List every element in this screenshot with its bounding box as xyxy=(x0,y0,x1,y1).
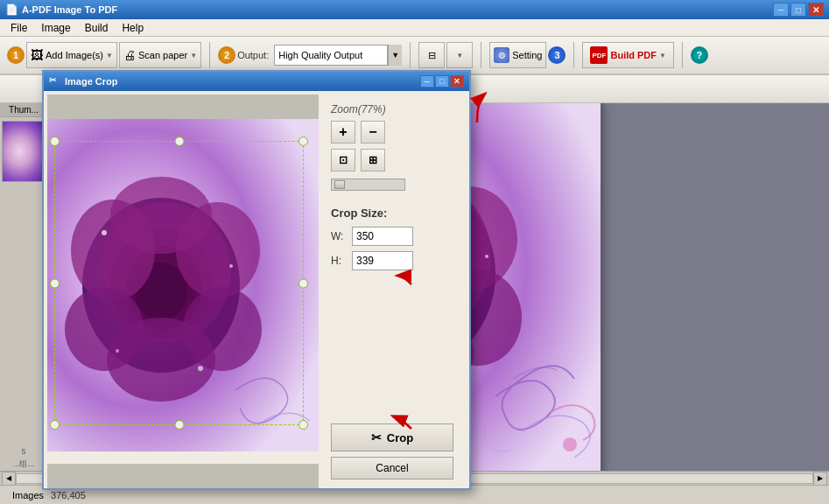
crop-body: Zoom(77%) + − ⊡ ⊞ xyxy=(44,91,469,492)
title-bar: 📄 A-PDF Image To PDF ─ □ ✕ xyxy=(0,0,829,19)
step2-badge: 2 xyxy=(218,46,235,64)
svg-point-32 xyxy=(116,349,119,353)
scan-paper-btn[interactable]: 🖨 Scan paper ▼ xyxy=(119,42,201,68)
crop-image-main xyxy=(47,119,319,464)
crop-action-buttons: ✂ Crop Cancel xyxy=(331,424,453,480)
sep5 xyxy=(682,42,683,68)
menu-build[interactable]: Build xyxy=(78,20,116,36)
menu-help[interactable]: Help xyxy=(115,20,151,36)
step3-badge: 3 xyxy=(548,46,566,64)
toolbar-setting-group: ⚙ Setting 3 xyxy=(486,42,569,68)
toolbar-build-group: PDF Build PDF ▼ xyxy=(579,42,677,68)
layout-dropdown-icon: ▼ xyxy=(456,52,463,60)
crop-title-bar: ✂ Image Crop ─ □ ✕ xyxy=(44,72,469,91)
svg-point-30 xyxy=(102,230,107,235)
zoom-fit-buttons: ⊡ ⊞ xyxy=(331,149,453,172)
scan-icon: 🖨 xyxy=(123,48,136,62)
fit-width-btn[interactable]: ⊞ xyxy=(361,149,385,172)
build-pdf-btn[interactable]: PDF Build PDF ▼ xyxy=(582,42,673,68)
height-field-row: H: xyxy=(331,251,453,270)
output-select-wrapper: High Quality Output ▼ xyxy=(274,45,402,66)
width-field-row: W: xyxy=(331,227,453,246)
app-title: A-PDF Image To PDF xyxy=(22,4,117,15)
cancel-button[interactable]: Cancel xyxy=(331,457,453,480)
scan-label: Scan paper xyxy=(138,50,187,60)
setting-label: Setting xyxy=(512,50,542,60)
add-image-btn[interactable]: 🖼 Add Image(s) ▼ xyxy=(26,42,117,68)
height-label: H: xyxy=(331,255,347,267)
layout-btn[interactable]: ⊟ xyxy=(418,42,445,68)
svg-point-31 xyxy=(229,264,233,268)
zoom-buttons: + − xyxy=(331,121,453,144)
close-btn[interactable]: ✕ xyxy=(808,3,824,17)
layout-icon: ⊟ xyxy=(428,50,436,61)
zoom-in-btn[interactable]: + xyxy=(331,121,355,144)
maximize-btn[interactable]: □ xyxy=(790,3,806,17)
build-pdf-label: Build PDF xyxy=(610,50,657,60)
zoom-slider-wrapper xyxy=(331,178,453,191)
svg-point-33 xyxy=(198,366,203,371)
thumb-rose-preview xyxy=(3,122,45,181)
scroll-left-btn[interactable]: ◀ xyxy=(2,472,16,486)
crop-rose-svg xyxy=(47,119,319,452)
crop-title-controls: ─ □ ✕ xyxy=(420,75,464,88)
crop-size-label: Crop Size: xyxy=(331,206,453,220)
toolbar-step2-group: 2 Output: High Quality Output ▼ xyxy=(214,45,405,66)
output-select[interactable]: High Quality Output xyxy=(274,45,388,66)
thumb-item-1[interactable] xyxy=(2,121,46,182)
svg-point-13 xyxy=(485,255,488,258)
crop-maximize-btn[interactable]: □ xyxy=(435,75,449,88)
dropdown-arrow-add: ▼ xyxy=(106,52,113,60)
output-value: High Quality Output xyxy=(278,50,362,60)
menu-file[interactable]: File xyxy=(4,20,34,36)
crop-image-container xyxy=(47,94,319,488)
app-icon: 📄 xyxy=(5,4,18,16)
crop-dialog-title: Image Crop xyxy=(65,76,118,87)
svg-point-28 xyxy=(107,318,215,402)
fit-page-btn[interactable]: ⊡ xyxy=(331,149,355,172)
thumb-label: Thum... xyxy=(0,103,47,117)
title-bar-controls: ─ □ ✕ xyxy=(773,3,824,17)
width-label: W: xyxy=(331,230,347,242)
crop-button[interactable]: ✂ Crop xyxy=(331,424,453,452)
setting-btn[interactable]: ⚙ Setting xyxy=(489,42,546,68)
step1-badge: 1 xyxy=(7,46,25,64)
height-input[interactable] xyxy=(352,251,413,270)
zoom-slider-thumb[interactable] xyxy=(334,180,345,189)
scroll-right-btn[interactable]: ▶ xyxy=(813,472,827,486)
menu-bar: File Image Build Help xyxy=(0,19,829,37)
zoom-section: Zoom(77%) + − ⊡ ⊞ xyxy=(331,103,453,191)
thumb-content xyxy=(0,117,47,445)
crop-controls: Zoom(77%) + − ⊡ ⊞ xyxy=(319,94,466,488)
toolbar-step1-group: 1 🖼 Add Image(s) ▼ 🖨 Scan paper ▼ xyxy=(4,42,205,68)
output-dropdown-arrow[interactable]: ▼ xyxy=(388,45,402,66)
sep2 xyxy=(410,42,411,68)
minimize-btn[interactable]: ─ xyxy=(773,3,789,17)
zoom-label: Zoom(77%) xyxy=(331,103,453,116)
sep1 xyxy=(209,42,210,68)
app-window: 📄 A-PDF Image To PDF ─ □ ✕ File Image Bu… xyxy=(0,0,829,504)
help-btn[interactable]: ? xyxy=(691,46,708,64)
width-input[interactable] xyxy=(352,227,413,246)
svg-point-29 xyxy=(110,177,212,254)
image-icon: 🖼 xyxy=(31,48,43,62)
crop-dialog-icon: ✂ xyxy=(49,75,61,88)
crop-size-section: Crop Size: W: H: xyxy=(331,206,453,270)
sep3 xyxy=(481,42,481,68)
crop-bottom-strip xyxy=(47,464,319,488)
layout-dropdown-btn[interactable]: ▼ xyxy=(446,42,473,68)
zoom-out-btn[interactable]: − xyxy=(361,121,385,144)
crop-close-btn[interactable]: ✕ xyxy=(450,75,464,88)
add-image-label: Add Image(s) xyxy=(46,50,103,60)
svg-point-17 xyxy=(563,438,577,452)
zoom-slider[interactable] xyxy=(331,178,405,191)
gear-icon: ⚙ xyxy=(494,47,509,63)
menu-image[interactable]: Image xyxy=(34,20,77,36)
crop-minimize-btn[interactable]: ─ xyxy=(420,75,434,88)
thumb-page-num: 5 xyxy=(0,445,47,458)
thumb-label2: ...组... xyxy=(0,458,47,471)
crop-top-strip xyxy=(47,94,319,119)
dropdown-arrow-scan: ▼ xyxy=(190,52,197,60)
sep4 xyxy=(573,42,574,68)
build-dropdown-arrow: ▼ xyxy=(659,52,666,60)
